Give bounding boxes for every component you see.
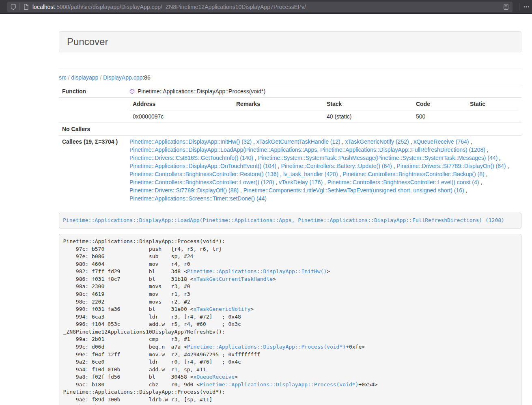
- breadcrumb-separator: /: [67, 74, 71, 81]
- no-callers-row: No Callers: [59, 123, 521, 136]
- code-symbol-link[interactable]: xQueueReceive: [193, 374, 235, 380]
- callee-link[interactable]: Pinetime::Drivers::Cst816S::GetTouchInfo…: [129, 155, 253, 161]
- col-address: Address: [129, 98, 233, 110]
- code-symbol-link[interactable]: xTaskGenericNotify: [193, 306, 250, 312]
- callees-label: Callees (19, Σ=3704 ): [59, 136, 126, 205]
- callees-row: Callees (19, Σ=3704 ) Pinetime::Applicat…: [59, 136, 521, 205]
- function-name: Pinetime::Applications::DisplayApp::Proc…: [138, 87, 265, 95]
- browser-toolbar: localhost:5000/path/src/displayapp/Displ…: [0, 0, 532, 14]
- breadcrumb-separator: /: [98, 74, 103, 81]
- page-info-icon[interactable]: [23, 4, 29, 10]
- col-remarks: Remarks: [233, 98, 323, 110]
- loadapp-link[interactable]: Pinetime::Applications::DisplayApp::Load…: [63, 217, 504, 223]
- code-value: 500: [413, 110, 467, 123]
- address-value: 0x0000097c: [129, 110, 233, 123]
- function-row: Function Pinetime::Applications::Display…: [59, 85, 521, 98]
- metrics-table: Address Remarks Stack Code Static 0x0000…: [129, 98, 518, 123]
- callee-link[interactable]: lv_task_handler (420): [283, 171, 338, 177]
- function-table: Function Pinetime::Applications::Display…: [59, 85, 521, 205]
- callee-link[interactable]: Pinetime::Applications::DisplayApp::Load…: [129, 146, 485, 153]
- code-symbol-link[interactable]: Pinetime::Applications::DisplayApp::Proc…: [200, 381, 358, 388]
- remarks-value: [233, 110, 323, 123]
- callee-link[interactable]: xTaskGetCurrentTaskHandle (12): [256, 138, 340, 145]
- urlbar-divider: [19, 3, 20, 10]
- callee-link[interactable]: xQueueReceive (764): [414, 138, 469, 145]
- callee-link[interactable]: Pinetime::System::SystemTask::PushMessag…: [258, 155, 498, 161]
- callee-link[interactable]: Pinetime::Applications::DisplayApp::OnTo…: [129, 163, 276, 169]
- breadcrumb-link[interactable]: src: [59, 74, 67, 81]
- package-icon: [129, 88, 135, 94]
- callee-link[interactable]: Pinetime::Controllers::BrightnessControl…: [327, 179, 479, 185]
- callee-link[interactable]: Pinetime::Controllers::BrightnessControl…: [129, 179, 274, 185]
- page-title-box: Puncover: [59, 31, 521, 52]
- col-stack: Stack: [323, 98, 413, 110]
- callee-link[interactable]: Pinetime::Controllers::BrightnessControl…: [129, 171, 278, 177]
- function-label: Function: [59, 85, 126, 98]
- col-static: Static: [467, 98, 518, 110]
- metrics-values-row: 0x0000097c 40 (static) 500: [129, 110, 518, 123]
- url-bar[interactable]: localhost:5000/path/src/displayapp/Displ…: [7, 2, 513, 12]
- divider: [59, 69, 521, 69]
- url-path: :5000/path/src/displayapp/DisplayApp.cpp…: [55, 4, 306, 10]
- toolbar-divider: [519, 3, 519, 11]
- callee-link[interactable]: Pinetime::Controllers::Battery::Update()…: [281, 163, 392, 169]
- callee-link[interactable]: Pinetime::Applications::Screens::Timer::…: [129, 195, 267, 202]
- callee-link[interactable]: Pinetime::Controllers::BrightnessControl…: [342, 171, 484, 177]
- no-callers-label: No Callers: [59, 123, 126, 136]
- callee-link[interactable]: Pinetime::Drivers::St7789::DisplayOn() (…: [396, 163, 506, 169]
- breadcrumb: src / displayapp / DisplayApp.cpp:86: [59, 73, 521, 82]
- code-symbol-link[interactable]: Pinetime::Applications::DisplayApp::Proc…: [187, 344, 346, 350]
- code-symbol-link[interactable]: Pinetime::Applications::DisplayApp::Init…: [187, 268, 327, 274]
- breadcrumb-link[interactable]: displayapp: [71, 74, 98, 81]
- page-content: Puncover src / displayapp / DisplayApp.c…: [59, 31, 521, 405]
- static-value: [467, 110, 518, 123]
- stack-value: 40 (static): [323, 110, 413, 123]
- callee-link[interactable]: xTaskGenericNotify (252): [345, 138, 409, 145]
- menu-icon[interactable]: [522, 3, 530, 11]
- url-text: localhost:5000/path/src/displayapp/Displ…: [32, 4, 306, 10]
- assembly-code: Pinetime::Applications::DisplayApp::Proc…: [59, 234, 521, 405]
- callee-link[interactable]: Pinetime::Applications::DisplayApp::Init…: [129, 138, 252, 145]
- callees-list: Pinetime::Applications::DisplayApp::Init…: [126, 136, 521, 205]
- shield-icon[interactable]: [10, 4, 17, 10]
- page-title: Puncover: [67, 36, 108, 47]
- metrics-row: Address Remarks Stack Code Static 0x0000…: [59, 98, 521, 123]
- breadcrumb-link[interactable]: DisplayApp.cpp: [103, 74, 142, 81]
- reader-mode-icon[interactable]: [503, 4, 509, 10]
- callee-link[interactable]: Pinetime::Components::LittleVgl::SetNewT…: [243, 187, 464, 194]
- col-code: Code: [413, 98, 467, 110]
- code-symbol-link[interactable]: xTaskGetCurrentTaskHandle: [193, 276, 273, 282]
- callee-link[interactable]: vTaskDelay (176): [279, 179, 323, 185]
- breadcrumb-line-number: :86: [142, 74, 150, 81]
- callee-link[interactable]: Pinetime::Drivers::St7789::DisplayOff() …: [129, 187, 239, 194]
- loadapp-highlight: Pinetime::Applications::DisplayApp::Load…: [59, 213, 521, 228]
- url-host: localhost: [32, 4, 55, 10]
